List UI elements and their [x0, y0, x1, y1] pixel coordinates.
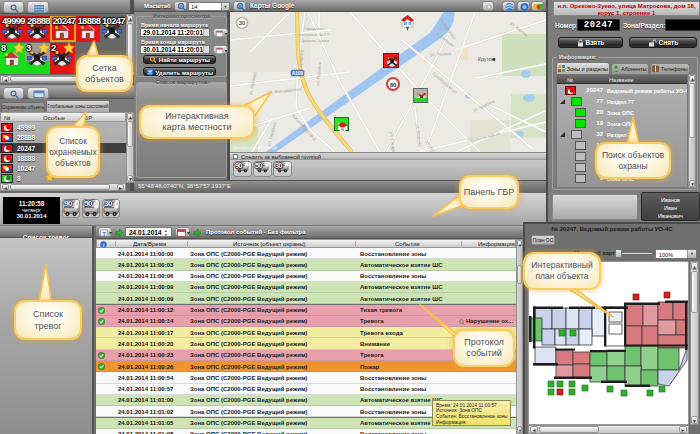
- svg-text:Крутое: Крутое: [478, 56, 495, 62]
- svg-text:Орехово-Зуево: Орехово-Зуево: [299, 38, 329, 43]
- svg-text:больница № 4 Г: больница № 4 Г: [298, 32, 330, 37]
- svg-text:Данные карты © Google: Данные карты © Google: [233, 145, 278, 150]
- svg-text:30: 30: [239, 20, 246, 26]
- svg-text:80: 80: [390, 82, 397, 88]
- svg-text:Городская: Городская: [304, 26, 324, 31]
